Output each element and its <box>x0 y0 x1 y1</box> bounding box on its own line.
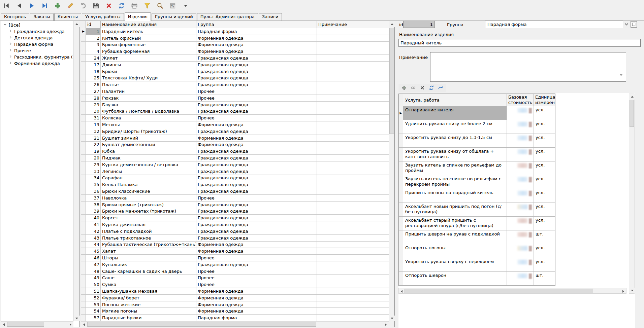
row-indicator-cell[interactable] <box>81 175 86 181</box>
cell-group[interactable]: Форменная одежда <box>196 288 317 294</box>
cell-name[interactable]: Бушлат зимний <box>101 135 196 141</box>
cell-service[interactable]: Укоротить рукава сверху с перекроем <box>403 258 507 271</box>
cell-note[interactable] <box>317 228 389 234</box>
cell-id[interactable]: 47 <box>86 261 101 268</box>
column-header-unit[interactable]: Единица измерен <box>534 94 555 106</box>
table-row[interactable]: Укоротить рукава снизу до 1,3-1,5 смусл. <box>399 134 555 148</box>
cell-unit[interactable]: усл. <box>534 148 555 161</box>
cell-id[interactable]: 57 <box>86 315 101 321</box>
cell-name[interactable]: Купальник <box>101 261 196 268</box>
table-row[interactable]: 33ЛегинсыГражданская одежда <box>81 168 389 175</box>
cell-note[interactable] <box>317 181 389 188</box>
note-memo[interactable] <box>430 52 626 82</box>
scroll-down-arrow[interactable] <box>389 316 395 321</box>
row-indicator-cell[interactable] <box>81 168 86 175</box>
cell-unit[interactable]: усл. <box>534 189 555 203</box>
scroll-thumb[interactable] <box>389 28 394 134</box>
tab-6[interactable]: Группы изделий <box>152 13 196 21</box>
cell-group[interactable]: Гражданская одежда <box>196 108 317 115</box>
table-row[interactable]: Отпороть шевроншт. <box>399 272 555 286</box>
row-indicator-cell[interactable] <box>399 272 403 285</box>
table-row[interactable]: 43Платье трикотажноеГражданская одежда <box>81 235 389 242</box>
cell-group[interactable]: Форменная одежда <box>196 242 317 248</box>
row-indicator-cell[interactable] <box>399 175 403 189</box>
cell-note[interactable] <box>317 75 389 81</box>
cell-note[interactable] <box>317 281 389 288</box>
cell-note[interactable] <box>317 248 389 254</box>
cell-id[interactable]: 40 <box>86 215 101 221</box>
chevron-collapsed-icon[interactable] <box>8 29 14 34</box>
cell-note[interactable] <box>317 42 389 48</box>
cell-id[interactable]: 1 <box>86 28 101 35</box>
table-row[interactable]: 37НаволочкаПрочее <box>81 195 389 202</box>
cell-name[interactable]: Брюки классические <box>101 188 196 194</box>
cell-group[interactable]: Гражданская одежда <box>196 128 317 135</box>
cell-base-cost-redacted[interactable] <box>507 161 534 175</box>
cell-base-cost-redacted[interactable] <box>507 258 534 271</box>
cell-service[interactable]: Отпороть шеврон <box>403 272 507 285</box>
cell-note[interactable] <box>317 208 389 215</box>
undo-button[interactable] <box>79 2 88 10</box>
tab-2[interactable]: Заказы <box>30 13 53 21</box>
tab-4[interactable]: Услуги, работы <box>82 13 124 21</box>
tab-1[interactable]: Контроль <box>1 13 29 21</box>
edit-record-button[interactable] <box>66 2 75 10</box>
cell-name[interactable]: Рюкзак <box>101 95 196 101</box>
row-indicator-cell[interactable] <box>81 228 86 234</box>
cell-name[interactable]: Кепка Панамка <box>101 181 196 188</box>
cell-group[interactable]: Прочее <box>196 275 317 281</box>
column-header-id[interactable]: id <box>86 21 101 28</box>
cell-note[interactable] <box>317 315 389 321</box>
cell-service[interactable]: Заузить китель в спинке по рельефам до п… <box>403 161 507 175</box>
tab-3[interactable]: Клиенты <box>54 13 81 21</box>
delete-record-button[interactable] <box>104 2 113 10</box>
cell-group[interactable]: Гражданская одежда <box>196 202 317 208</box>
table-row[interactable]: 13МетизыФорменная одежда <box>81 121 389 128</box>
table-row[interactable]: 25Толстовка/ Кофта/ ХудиГражданская одеж… <box>81 75 389 82</box>
scroll-up-arrow[interactable] <box>389 21 395 27</box>
row-indicator-cell[interactable] <box>81 288 86 294</box>
cell-name[interactable]: Халат <box>101 248 196 254</box>
table-row[interactable]: 27ПалантинПрочее <box>81 88 389 95</box>
tree-item[interactable]: Форменная одежда <box>1 60 73 67</box>
row-indicator-cell[interactable] <box>81 155 86 161</box>
cell-note[interactable] <box>317 81 389 88</box>
table-row[interactable]: 22Бушлат демисезонныйФорменная одежда <box>81 142 389 148</box>
cell-group[interactable]: Прочее <box>196 195 317 201</box>
mini-refresh-button[interactable] <box>428 85 434 91</box>
cell-name[interactable]: Жилет <box>101 55 196 61</box>
cell-note[interactable] <box>317 108 389 115</box>
cell-note[interactable] <box>317 142 389 148</box>
cell-note[interactable] <box>317 148 389 154</box>
cell-group[interactable]: Гражданская одежда <box>196 161 317 168</box>
scroll-thumb[interactable] <box>405 289 593 293</box>
cell-name[interactable]: Легинсы <box>101 168 196 175</box>
table-row[interactable]: Отпороть погоныусл. <box>399 244 555 258</box>
cell-group[interactable]: Гражданская одежда <box>196 221 317 228</box>
row-indicator-cell[interactable] <box>81 242 86 248</box>
cell-id[interactable]: 45 <box>86 248 101 254</box>
table-row[interactable]: 52Фуражка/ беретФорменная одежда <box>81 295 389 301</box>
cell-note[interactable] <box>317 288 389 294</box>
cell-group[interactable]: Форменная одежда <box>196 295 317 301</box>
cell-unit[interactable]: усл. <box>534 175 555 189</box>
row-indicator-cell[interactable] <box>81 202 86 208</box>
cell-name[interactable]: Юбка <box>101 148 196 154</box>
cell-note[interactable] <box>317 221 389 228</box>
scroll-left-arrow[interactable] <box>81 322 87 327</box>
chevron-collapsed-icon[interactable] <box>8 61 14 66</box>
archive-7zip-button[interactable]: 7z <box>168 2 177 10</box>
scroll-thumb[interactable] <box>630 100 634 127</box>
cell-service[interactable]: Аксельбант новый пришить под погон (с/бе… <box>403 203 507 216</box>
cell-note[interactable] <box>317 255 389 261</box>
cell-name[interactable]: Джинсы <box>101 62 196 68</box>
cell-group[interactable]: Форменная одежда <box>196 308 317 314</box>
next-record-button[interactable] <box>28 2 36 10</box>
scroll-right-arrow[interactable] <box>620 288 626 294</box>
scroll-down-arrow[interactable] <box>629 288 635 293</box>
cell-group[interactable]: Гражданская одежда <box>196 102 317 108</box>
row-indicator-cell[interactable] <box>81 315 86 321</box>
cell-service[interactable]: Укоротить рукава снизу до 1,3-1,5 см <box>403 134 507 147</box>
cell-note[interactable] <box>317 175 389 181</box>
table-row[interactable]: 47КупальникГражданская одежда <box>81 261 389 268</box>
